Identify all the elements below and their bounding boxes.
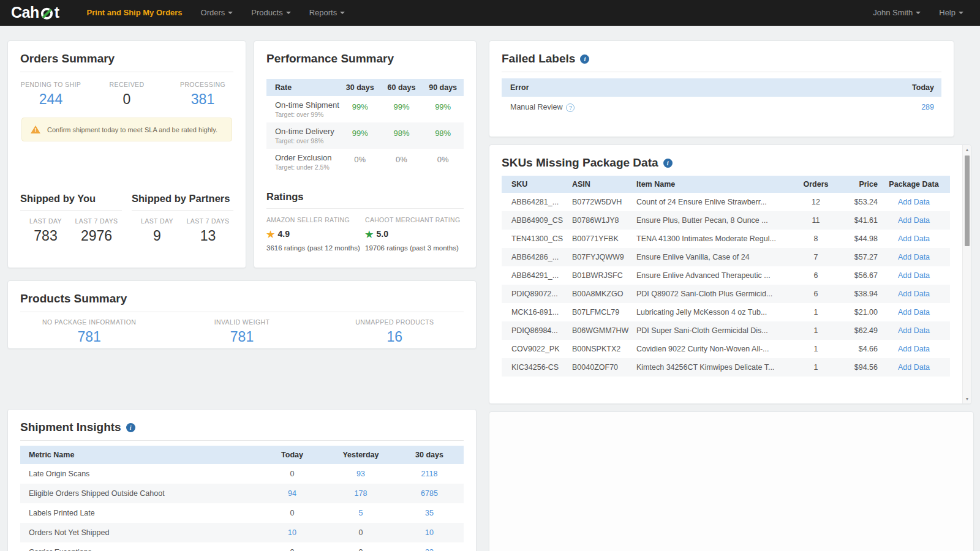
info-icon[interactable]: i bbox=[580, 54, 589, 64]
brand-logo[interactable]: Cah t bbox=[11, 4, 59, 21]
add-data-link[interactable]: Add Data bbox=[898, 253, 930, 261]
nav-item-label: Print and Ship My Orders bbox=[87, 8, 183, 17]
stat-unmapped-products: UNMAPPED PRODUCTS 16 bbox=[318, 318, 471, 345]
help-menu[interactable]: Help bbox=[930, 0, 973, 26]
orders-stats: PENDING TO SHIP 244 RECEIVED 0 PROCESSIN… bbox=[8, 72, 246, 108]
nav-item-label: Reports bbox=[309, 8, 337, 17]
today-cell[interactable]: 94 bbox=[258, 489, 326, 498]
scrollbar-thumb[interactable] bbox=[965, 156, 970, 246]
asin-cell: B0772W5DVH bbox=[572, 198, 636, 206]
add-data-link[interactable]: Add Data bbox=[898, 198, 930, 206]
yesterday-cell[interactable]: 93 bbox=[326, 470, 395, 478]
panel-title: Shipment Insights bbox=[20, 421, 121, 434]
sku-cell: COV9022_PK bbox=[502, 345, 572, 353]
chevron-down-icon bbox=[228, 12, 233, 14]
user-menu[interactable]: John Smith bbox=[864, 0, 930, 26]
add-data-link[interactable]: Add Data bbox=[898, 345, 930, 353]
table-row: PDIQ89072... B00A8MKZGO PDI Q89072 Sani-… bbox=[502, 285, 950, 303]
chevron-down-icon bbox=[286, 12, 291, 14]
rate-90-days: 99% bbox=[422, 100, 464, 118]
yesterday-cell: 0 bbox=[326, 528, 395, 537]
add-data-link[interactable]: Add Data bbox=[898, 363, 930, 372]
column-header: Error bbox=[502, 83, 862, 92]
scroll-up-arrow-icon[interactable]: ▲ bbox=[963, 148, 971, 152]
scroll-down-arrow-icon[interactable]: ▼ bbox=[963, 397, 971, 401]
cahoot-merchant-rating: CAHOOT MERCHANT RATING ★ 5.0 19706 ratin… bbox=[365, 216, 464, 252]
column-header: Rate bbox=[266, 83, 339, 92]
nav-menu: Print and Ship My Orders Orders Products… bbox=[78, 0, 355, 26]
performance-row: On-time Delivery Target: over 98% 99% 98… bbox=[266, 122, 464, 149]
days30-cell[interactable]: 10 bbox=[395, 528, 464, 537]
orders-summary-panel: Orders Summary PENDING TO SHIP 244 RECEI… bbox=[7, 40, 246, 268]
failed-labels-table: Error Today Manual Review? 289 bbox=[502, 78, 941, 118]
days30-cell[interactable]: 35 bbox=[395, 509, 464, 517]
yesterday-cell[interactable]: 178 bbox=[326, 489, 395, 498]
metric-name-cell: Orders Not Yet Shipped bbox=[20, 528, 258, 537]
nav-item-reports[interactable]: Reports bbox=[300, 0, 355, 26]
sku-cell: KIC34256-CS bbox=[502, 363, 572, 372]
orders-cell: 11 bbox=[798, 216, 834, 225]
asin-cell: B00A8MKZGO bbox=[572, 290, 636, 298]
stat-value-link[interactable]: 244 bbox=[13, 91, 89, 108]
stat-label: LAST DAY bbox=[20, 217, 71, 225]
metric-name-cell: Eligible Orders Shipped Outside Cahoot bbox=[20, 489, 258, 498]
stat-label: PROCESSING bbox=[165, 81, 241, 88]
stat-value-link[interactable]: 781 bbox=[165, 329, 318, 345]
rating-note: 19706 ratings (past 3 months) bbox=[365, 244, 464, 252]
column-header: 30 days bbox=[395, 451, 464, 459]
add-data-link[interactable]: Add Data bbox=[898, 234, 930, 243]
table-row: Late Origin Scans 0 93 2118 bbox=[20, 464, 464, 484]
add-data-link[interactable]: Add Data bbox=[898, 290, 930, 298]
column-header: Today bbox=[258, 451, 326, 459]
yesterday-cell[interactable]: 5 bbox=[326, 509, 395, 517]
sku-cell: MCK16-891... bbox=[502, 308, 572, 317]
orders-cell: 6 bbox=[798, 290, 834, 298]
chevron-down-icon bbox=[340, 12, 345, 14]
rating-value: 5.0 bbox=[376, 229, 388, 239]
info-icon[interactable]: i bbox=[126, 423, 135, 432]
table-row: Orders Not Yet Shipped 10 0 10 bbox=[20, 523, 464, 542]
stat-value-link[interactable]: 16 bbox=[318, 329, 471, 345]
column-header: 60 days bbox=[381, 83, 423, 92]
table-header: SKU ASIN Item Name Orders Price Package … bbox=[502, 176, 950, 193]
question-icon[interactable]: ? bbox=[566, 103, 575, 112]
days30-cell[interactable]: 23 bbox=[395, 548, 464, 551]
nav-item-products[interactable]: Products bbox=[242, 0, 300, 26]
metric-target: Target: over 99% bbox=[275, 111, 339, 118]
column-header: Package Data bbox=[878, 180, 950, 189]
item-name-cell: Ensure Plus, Butter Pecan, 8 Ounce ... bbox=[636, 216, 798, 225]
shipment-insights-table: Metric Name Today Yesterday 30 days Late… bbox=[20, 446, 464, 551]
today-count-link[interactable]: 289 bbox=[862, 103, 941, 111]
table-row: Manual Review? 289 bbox=[502, 97, 941, 118]
add-data-link[interactable]: Add Data bbox=[898, 308, 930, 317]
column-header: ASIN bbox=[572, 180, 636, 189]
today-cell[interactable]: 10 bbox=[258, 528, 326, 537]
stat-value: 13 bbox=[183, 228, 233, 244]
column-header: Item Name bbox=[636, 180, 798, 189]
stat-label: UNMAPPED PRODUCTS bbox=[318, 318, 471, 326]
add-data-link[interactable]: Add Data bbox=[898, 271, 930, 280]
column-header: Orders bbox=[798, 180, 834, 189]
nav-item-orders[interactable]: Orders bbox=[192, 0, 243, 26]
stat-last-day: LAST DAY 783 bbox=[20, 217, 71, 244]
failed-labels-panel: Failed Labels i Error Today Manual Revie… bbox=[489, 40, 954, 137]
rate-90-days: 0% bbox=[422, 153, 464, 171]
panel-scrollbar[interactable]: ▲ ▼ bbox=[962, 145, 971, 403]
stat-label: LAST 7 DAYS bbox=[71, 217, 122, 225]
days30-cell[interactable]: 6785 bbox=[395, 489, 464, 498]
yesterday-cell: 0 bbox=[326, 548, 395, 551]
nav-item-print-and-ship[interactable]: Print and Ship My Orders bbox=[78, 0, 192, 26]
table-header: Error Today bbox=[502, 78, 941, 97]
item-name-cell: Count of 24 Ensure Enlive Strawberr... bbox=[636, 198, 798, 206]
orders-cell: 1 bbox=[798, 308, 834, 317]
table-header: Metric Name Today Yesterday 30 days bbox=[20, 446, 464, 464]
stat-value-link[interactable]: 781 bbox=[13, 329, 165, 345]
today-cell: 0 bbox=[258, 548, 326, 551]
add-data-link[interactable]: Add Data bbox=[898, 216, 930, 225]
metric-name-cell: Late Origin Scans bbox=[20, 470, 258, 478]
price-cell: $4.66 bbox=[834, 345, 878, 353]
days30-cell[interactable]: 2118 bbox=[395, 470, 464, 478]
add-data-link[interactable]: Add Data bbox=[898, 326, 930, 335]
stat-value-link[interactable]: 381 bbox=[165, 91, 241, 108]
info-icon[interactable]: i bbox=[663, 159, 673, 168]
